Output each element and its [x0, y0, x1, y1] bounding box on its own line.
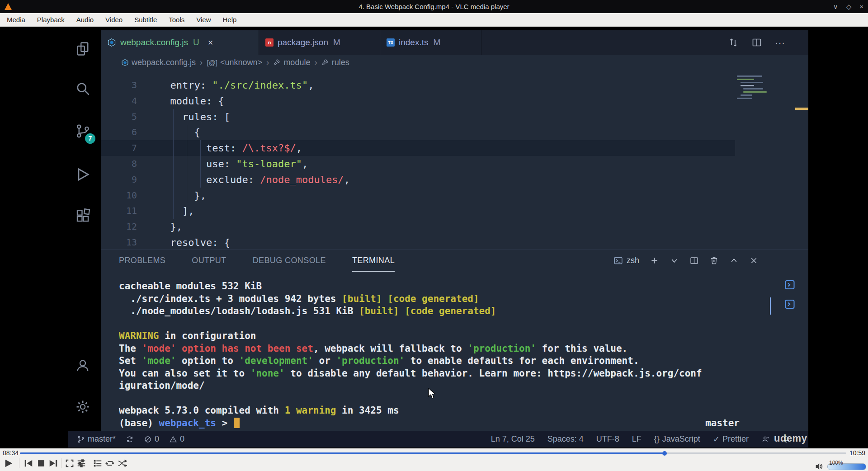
- split-editor-icon[interactable]: [751, 37, 762, 48]
- menu-media[interactable]: Media: [1, 13, 31, 27]
- language-mode[interactable]: {} JavaScript: [654, 434, 700, 444]
- code-line[interactable]: 6 {: [101, 124, 735, 140]
- run-debug-icon[interactable]: [75, 166, 91, 183]
- tab-problems[interactable]: PROBLEMS: [119, 250, 165, 272]
- terminal-right-prompt: master: [705, 417, 740, 430]
- loop-button[interactable]: [105, 458, 115, 468]
- tab-index-ts[interactable]: TS index.ts M: [380, 30, 481, 55]
- error-icon: [144, 435, 152, 443]
- code-line[interactable]: 4 module: {: [101, 93, 735, 109]
- minimize-icon[interactable]: ∨: [833, 3, 838, 11]
- eol-sequence[interactable]: LF: [632, 434, 642, 444]
- menu-playback[interactable]: Playback: [31, 13, 71, 27]
- play-button[interactable]: [4, 458, 14, 468]
- code-line[interactable]: 9 exclude: /node_modules/,: [101, 172, 735, 188]
- search-icon[interactable]: [75, 80, 91, 97]
- code-text: entry: "./src/index.ts",: [158, 77, 314, 93]
- branch-name: master*: [88, 434, 116, 444]
- stop-button[interactable]: [36, 458, 46, 468]
- account-icon[interactable]: [75, 357, 91, 373]
- maximize-panel-icon[interactable]: [729, 256, 739, 265]
- code-line[interactable]: 11 ],: [101, 203, 735, 219]
- window-title: 4. Basic Webpack Config.mp4 - VLC media …: [0, 0, 868, 13]
- code-line[interactable]: 7 test: /\.tsx?$/,: [101, 140, 735, 156]
- extensions-icon[interactable]: [75, 208, 91, 224]
- more-actions-icon[interactable]: ···: [775, 38, 785, 48]
- sync-changes[interactable]: [126, 435, 134, 443]
- extended-settings-button[interactable]: [76, 458, 86, 468]
- new-terminal-icon[interactable]: [650, 256, 659, 265]
- seek-slider[interactable]: [20, 452, 846, 454]
- playlist-button[interactable]: [93, 458, 103, 468]
- indent-guide: [187, 125, 187, 203]
- shell-name: zsh: [627, 256, 639, 265]
- tab-debug-console[interactable]: DEBUG CONSOLE: [253, 250, 326, 272]
- line-number: 6: [101, 124, 137, 140]
- close-panel-icon[interactable]: [749, 256, 759, 265]
- menu-subtitle[interactable]: Subtitle: [128, 13, 163, 27]
- breadcrumb-unknown[interactable]: [@] <unknown>: [207, 58, 262, 67]
- git-status-badge: M: [333, 38, 340, 47]
- breadcrumb-rules[interactable]: rules: [321, 58, 349, 67]
- tab-output[interactable]: OUTPUT: [192, 250, 226, 272]
- open-changes-icon[interactable]: [728, 37, 739, 48]
- terminal-line: webpack 5.73.0 compiled with 1 warning i…: [119, 405, 399, 417]
- tab-package-json[interactable]: n package.json M: [259, 30, 380, 55]
- breadcrumb-label: module: [283, 58, 310, 67]
- previous-button[interactable]: [24, 458, 33, 468]
- problems-errors[interactable]: 0: [144, 434, 159, 444]
- line-number: 11: [101, 203, 137, 219]
- next-button[interactable]: [48, 458, 58, 468]
- code-line[interactable]: 10 },: [101, 188, 735, 203]
- menu-tools[interactable]: Tools: [163, 13, 190, 27]
- cursor-position[interactable]: Ln 7, Col 25: [491, 434, 535, 444]
- code-line[interactable]: 12 },: [101, 219, 735, 235]
- code-line[interactable]: 8 use: "ts-loader",: [101, 156, 735, 172]
- terminal-line: cacheable modules 532 KiB: [119, 280, 262, 293]
- code-editor[interactable]: 3 entry: "./src/index.ts",4 module: {5 r…: [101, 70, 808, 249]
- code-line[interactable]: 13 resolve: {: [101, 235, 735, 249]
- tab-close-icon[interactable]: ×: [208, 38, 213, 48]
- settings-gear-icon[interactable]: [75, 399, 91, 415]
- kill-terminal-trash-icon[interactable]: [709, 256, 719, 265]
- fullscreen-button[interactable]: [65, 458, 75, 468]
- branch-indicator[interactable]: master*: [77, 434, 116, 444]
- explorer-icon[interactable]: [75, 41, 91, 57]
- menu-audio[interactable]: Audio: [71, 13, 99, 27]
- vlc-menubar: Media Playback Audio Video Subtitle Tool…: [0, 13, 868, 27]
- problems-warnings[interactable]: 0: [169, 434, 184, 444]
- tab-terminal[interactable]: TERMINAL: [352, 250, 395, 272]
- menu-view[interactable]: View: [190, 13, 217, 27]
- braces-icon: {}: [654, 434, 660, 444]
- maximize-icon[interactable]: ◇: [846, 3, 852, 11]
- code-line[interactable]: 3 entry: "./src/index.ts",: [101, 77, 735, 93]
- minimap[interactable]: [737, 75, 805, 112]
- shell-selector[interactable]: zsh: [613, 256, 639, 265]
- breadcrumb-file[interactable]: webpack.config.js: [121, 58, 196, 67]
- terminal-instance-icon[interactable]: [784, 299, 795, 310]
- tab-webpack-config[interactable]: webpack.config.js U ×: [101, 30, 259, 55]
- chevron-down-icon[interactable]: [670, 256, 679, 265]
- shuffle-button[interactable]: [117, 458, 127, 468]
- breadcrumb-module[interactable]: module: [273, 58, 310, 67]
- menu-video[interactable]: Video: [99, 13, 128, 27]
- terminal-output[interactable]: cacheable modules 532 KiB ./src/index.ts…: [119, 280, 781, 429]
- encoding[interactable]: UTF-8: [596, 434, 619, 444]
- seek-handle[interactable]: [662, 451, 667, 456]
- udemy-watermark: udemy: [774, 433, 807, 444]
- code-text: {: [158, 124, 200, 140]
- formatter[interactable]: ✓ Prettier: [713, 434, 749, 444]
- split-terminal-icon[interactable]: [689, 256, 699, 265]
- feedback[interactable]: [761, 435, 769, 443]
- code-line[interactable]: 5 rules: [: [101, 109, 735, 125]
- line-number: 5: [101, 109, 137, 125]
- terminal-line: ./node_modules/lodash/lodash.js 531 KiB …: [119, 305, 496, 318]
- close-icon[interactable]: ×: [859, 3, 863, 10]
- indentation[interactable]: Spaces: 4: [547, 434, 584, 444]
- menu-help[interactable]: Help: [217, 13, 243, 27]
- terminal-instance-icon[interactable]: [784, 279, 795, 290]
- line-number: 10: [101, 188, 137, 203]
- tab-label: index.ts: [399, 38, 428, 47]
- line-number: 12: [101, 219, 137, 235]
- line-number: 3: [101, 77, 137, 93]
